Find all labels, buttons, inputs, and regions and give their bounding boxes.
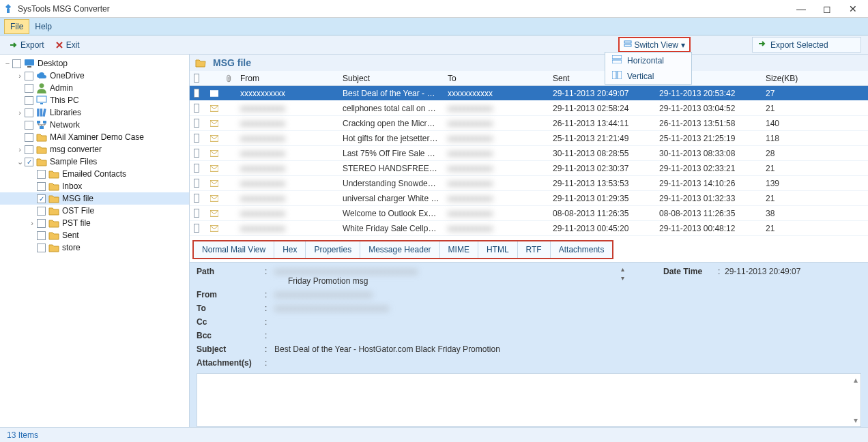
tree-checkbox[interactable] xyxy=(25,145,33,154)
tree-checkbox[interactable] xyxy=(37,170,46,179)
tree-checkbox[interactable] xyxy=(37,244,46,252)
exit-button[interactable]: Exit xyxy=(50,39,85,51)
mail-icon xyxy=(206,195,222,202)
tree-item[interactable]: −Desktop xyxy=(0,57,189,70)
table-row[interactable]: xxxxxxxxxxxWelcome to Outlook Expre..xxx… xyxy=(190,206,868,221)
tab-rtf[interactable]: RTF xyxy=(518,241,551,258)
tree-item[interactable]: ›OneDrive xyxy=(0,70,189,82)
tree-checkbox[interactable] xyxy=(25,96,33,105)
row-checkbox[interactable] xyxy=(194,134,199,143)
mail-icon xyxy=(206,150,222,157)
tree-item[interactable]: ›Libraries xyxy=(0,106,189,119)
export-selected-button[interactable]: Export Selected xyxy=(752,37,861,53)
table-row[interactable]: xxxxxxxxxxxuniversal charger White Fri..… xyxy=(190,191,868,206)
folder-tree[interactable]: −Desktop›OneDriveAdminThis PC›LibrariesN… xyxy=(0,55,190,427)
tab-html[interactable]: HTML xyxy=(478,241,518,258)
detail-path-value-blur: xxxxxxxxxxxxxxxxxxxxxxxxxxxxxxxxxxx xyxy=(274,267,418,276)
tree-item[interactable]: This PC xyxy=(0,94,189,106)
col-subject[interactable]: Subject xyxy=(338,74,444,83)
cell-from: xxxxxxxxxxx xyxy=(236,164,338,173)
minimize-button[interactable]: — xyxy=(789,2,813,16)
tree-item[interactable]: ›PST file xyxy=(0,217,189,229)
table-row[interactable]: xxxxxxxxxxxHot gifts for the jetsetter o… xyxy=(190,131,868,146)
export-button[interactable]: Export xyxy=(4,39,50,51)
svg-rect-17 xyxy=(40,126,44,129)
row-checkbox[interactable] xyxy=(194,209,199,218)
cell-subject: universal charger White Fri.. xyxy=(338,194,444,203)
col-size[interactable]: Size(KB) xyxy=(762,74,843,83)
switch-view-horizontal[interactable]: Horizontal xyxy=(605,53,691,68)
table-row[interactable]: xxxxxxxxxxxUnderstanding Snowden's..xxxx… xyxy=(190,176,868,191)
tab-mime[interactable]: MIME xyxy=(440,241,478,258)
tree-checkbox[interactable] xyxy=(37,219,46,228)
table-row[interactable]: xxxxxxxxxxxCracking open the Microso..xx… xyxy=(190,116,868,131)
attachment-column-icon[interactable] xyxy=(222,74,236,83)
body-scrollbar[interactable]: ▴▾ xyxy=(851,375,860,425)
row-checkbox[interactable] xyxy=(194,119,199,128)
table-row[interactable]: xxxxxxxxxxxBest Deal of the Year - Host.… xyxy=(190,86,868,101)
window-title: SysTools MSG Converter xyxy=(18,4,789,14)
tree-twisty-icon[interactable]: › xyxy=(15,108,25,117)
tree-twisty-icon[interactable]: › xyxy=(15,72,25,80)
row-checkbox[interactable] xyxy=(194,89,199,98)
detail-cc-label: Cc xyxy=(197,317,265,327)
tree-item[interactable]: Sent xyxy=(0,229,189,241)
tree-item[interactable]: Admin xyxy=(0,82,189,94)
switch-view-vertical[interactable]: Vertical xyxy=(605,68,691,84)
tree-item[interactable]: MAil Xaminer Demo Case xyxy=(0,131,189,143)
tab-normal-mail-view[interactable]: Normal Mail View xyxy=(194,241,274,258)
message-body-area[interactable]: ▴▾ xyxy=(197,373,861,427)
table-row[interactable]: xxxxxxxxxxxWhite Friday Sale Cellphon..x… xyxy=(190,221,868,236)
table-row[interactable]: xxxxxxxxxxxLast 75% Off Fire Sale of th.… xyxy=(190,146,868,161)
tree-checkbox[interactable] xyxy=(25,133,33,142)
menu-file[interactable]: File xyxy=(4,19,29,34)
row-checkbox[interactable] xyxy=(194,104,199,113)
tree-item[interactable]: OST File xyxy=(0,205,189,217)
tree-item[interactable]: ⌄Sample Files xyxy=(0,156,189,168)
tree-checkbox[interactable] xyxy=(25,84,33,93)
cell-to: xxxxxxxxxxx xyxy=(444,104,549,113)
tree-item[interactable]: Network xyxy=(0,119,189,131)
cell-sent: 29-11-2013 01:29:35 xyxy=(549,194,655,203)
tree-checkbox[interactable] xyxy=(25,72,33,80)
tab-properties[interactable]: Properties xyxy=(306,241,360,258)
tree-checkbox[interactable] xyxy=(25,108,33,117)
tree-item[interactable]: Emailed Contacts xyxy=(0,168,189,180)
menu-help[interactable]: Help xyxy=(29,20,57,33)
tree-item[interactable]: Inbox xyxy=(0,180,189,192)
tab-message-header[interactable]: Message Header xyxy=(360,241,439,258)
tree-item[interactable]: store xyxy=(0,241,189,254)
row-checkbox[interactable] xyxy=(194,194,199,203)
tree-twisty-icon[interactable]: − xyxy=(3,59,12,68)
maximize-button[interactable]: ◻ xyxy=(815,2,839,16)
detail-subject-label: Subject xyxy=(197,344,265,354)
table-row[interactable]: xxxxxxxxxxxSTEREO HANDSFREE WHIT..xxxxxx… xyxy=(190,161,868,176)
row-checkbox[interactable] xyxy=(194,149,199,158)
select-all-checkbox[interactable] xyxy=(194,74,199,83)
tree-item-label: OST File xyxy=(62,206,94,216)
tree-checkbox[interactable] xyxy=(37,207,46,216)
switch-view-label: Switch View xyxy=(635,40,678,50)
col-to[interactable]: To xyxy=(444,74,549,83)
tree-twisty-icon[interactable]: › xyxy=(27,219,37,227)
switch-view-button[interactable]: Switch View ▾ xyxy=(618,37,691,53)
close-button[interactable]: ✕ xyxy=(841,2,865,16)
tree-item[interactable]: MSG file xyxy=(0,192,189,205)
tree-checkbox[interactable] xyxy=(37,182,46,191)
tree-checkbox[interactable] xyxy=(25,121,33,130)
tree-checkbox[interactable] xyxy=(25,158,33,166)
tree-checkbox[interactable] xyxy=(12,59,21,68)
tree-twisty-icon[interactable]: › xyxy=(15,145,25,153)
detail-scroll[interactable]: ▴▾ xyxy=(621,265,631,282)
tree-item[interactable]: ›msg converter xyxy=(0,143,189,156)
table-row[interactable]: xxxxxxxxxxxcellphones total call on sale… xyxy=(190,101,868,116)
tree-checkbox[interactable] xyxy=(37,231,46,240)
row-checkbox[interactable] xyxy=(194,164,199,173)
tab-attachments[interactable]: Attachments xyxy=(551,241,613,258)
tree-twisty-icon[interactable]: ⌄ xyxy=(15,158,25,166)
row-checkbox[interactable] xyxy=(194,224,199,233)
tab-hex[interactable]: Hex xyxy=(274,241,306,258)
tree-checkbox[interactable] xyxy=(37,194,46,203)
col-from[interactable]: From xyxy=(236,74,338,83)
row-checkbox[interactable] xyxy=(194,179,199,188)
